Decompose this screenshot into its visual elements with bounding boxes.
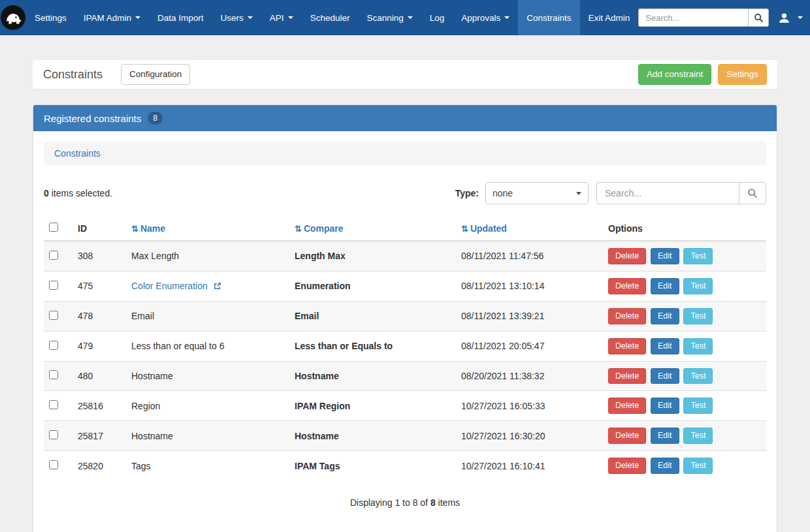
row-id: 480 — [73, 361, 126, 391]
top-navbar: Settings IPAM Admin Data Import Users AP… — [0, 0, 810, 35]
test-button[interactable]: Test — [683, 398, 713, 414]
nav-item-users[interactable]: Users — [212, 0, 261, 35]
configuration-button[interactable]: Configuration — [121, 64, 190, 85]
test-button[interactable]: Test — [683, 368, 713, 384]
row-compare: Less than or Equals to — [289, 331, 456, 361]
panel-body: Constraints 0 items selected. Type: none — [33, 131, 777, 532]
table-header-row: ID ⇅Name ⇅Compare ⇅Updated Options — [44, 216, 766, 241]
delete-button[interactable]: Delete — [608, 428, 646, 444]
row-checkbox[interactable] — [49, 460, 58, 469]
test-button[interactable]: Test — [683, 308, 713, 324]
settings-button[interactable]: Settings — [718, 64, 767, 85]
tab-strip: Constraints — [44, 142, 766, 165]
nav-item-approvals[interactable]: Approvals — [453, 0, 518, 35]
header-name[interactable]: ⇅Name — [126, 216, 289, 241]
panel-heading: Registered constraints 8 — [33, 105, 777, 131]
header-id: ID — [73, 216, 126, 241]
delete-button[interactable]: Delete — [608, 278, 646, 294]
edit-button[interactable]: Edit — [651, 278, 679, 294]
nav-item-ipam-admin[interactable]: IPAM Admin — [75, 0, 149, 35]
test-button[interactable]: Test — [683, 248, 713, 264]
edit-button[interactable]: Edit — [651, 248, 679, 264]
row-compare: Length Max — [289, 241, 456, 271]
delete-button[interactable]: Delete — [608, 458, 646, 474]
add-constraint-button[interactable]: Add constraint — [638, 64, 711, 85]
edit-button[interactable]: Edit — [651, 458, 679, 474]
row-compare: Hostname — [289, 361, 456, 391]
navbar-search-button[interactable] — [748, 8, 769, 27]
test-button[interactable]: Test — [683, 338, 713, 354]
delete-button[interactable]: Delete — [608, 398, 646, 414]
page-header: Constraints Configuration Add constraint… — [33, 60, 777, 89]
nav-item-settings[interactable]: Settings — [26, 0, 75, 35]
delete-button[interactable]: Delete — [608, 248, 646, 264]
header-compare[interactable]: ⇅Compare — [289, 216, 456, 241]
table-search-button[interactable] — [739, 182, 766, 204]
row-updated: 10/27/2021 16:30:20 — [456, 421, 603, 451]
row-name[interactable]: Color Enumeration — [131, 281, 208, 291]
row-checkbox[interactable] — [49, 251, 58, 260]
page-content: Constraints Configuration Add constraint… — [0, 35, 810, 532]
nav-menu: Settings IPAM Admin Data Import Users AP… — [26, 0, 638, 35]
row-updated: 08/20/2021 11:38:32 — [456, 361, 603, 391]
edit-button[interactable]: Edit — [651, 398, 679, 414]
sort-icon: ⇅ — [461, 224, 468, 234]
delete-button[interactable]: Delete — [608, 368, 646, 384]
row-id: 479 — [73, 331, 126, 361]
table-row: 480 Hostname Hostname 08/20/2021 11:38:3… — [44, 361, 766, 391]
table-search-input[interactable] — [596, 182, 739, 204]
nav-item-api[interactable]: API — [261, 0, 302, 35]
caret-down-icon — [504, 16, 510, 19]
table-body: 308 Max Length Length Max 08/11/2021 11:… — [44, 241, 766, 480]
edit-button[interactable]: Edit — [651, 428, 679, 444]
nav-item-data-import[interactable]: Data Import — [149, 0, 212, 35]
table-search — [596, 182, 766, 204]
table-row: 25817 Hostname Hostname 10/27/2021 16:30… — [44, 421, 766, 451]
edit-button[interactable]: Edit — [651, 308, 679, 324]
panel-title: Registered constraints — [44, 113, 141, 124]
app-logo[interactable] — [0, 5, 26, 31]
edit-button[interactable]: Edit — [651, 368, 679, 384]
row-checkbox[interactable] — [49, 281, 58, 290]
row-checkbox[interactable] — [49, 311, 58, 320]
nav-item-log[interactable]: Log — [421, 0, 453, 35]
row-checkbox[interactable] — [49, 370, 58, 379]
search-icon — [754, 13, 764, 23]
delete-button[interactable]: Delete — [608, 308, 646, 324]
row-name: Max Length — [131, 251, 179, 261]
type-select[interactable]: none — [485, 182, 589, 204]
table-row: 308 Max Length Length Max 08/11/2021 11:… — [44, 241, 766, 271]
row-id: 478 — [73, 301, 126, 331]
row-name: Less than or equal to 6 — [131, 341, 224, 351]
caret-down-icon — [576, 192, 581, 195]
table-toolbar: 0 items selected. Type: none — [44, 176, 766, 216]
test-button[interactable]: Test — [683, 428, 713, 444]
test-button[interactable]: Test — [683, 278, 713, 294]
user-icon — [778, 12, 790, 24]
navbar-search-input[interactable] — [638, 8, 748, 27]
row-checkbox[interactable] — [49, 430, 58, 439]
row-checkbox[interactable] — [49, 341, 58, 350]
row-compare: Email — [289, 301, 456, 331]
table-row: 479 Less than or equal to 6 Less than or… — [44, 331, 766, 361]
nav-item-constraints[interactable]: Constraints — [518, 0, 579, 35]
test-button[interactable]: Test — [683, 458, 713, 474]
sort-icon: ⇅ — [295, 224, 302, 234]
constraints-tab-link[interactable]: Constraints — [54, 148, 101, 159]
type-label: Type: — [455, 188, 479, 198]
header-updated[interactable]: ⇅Updated — [456, 216, 603, 241]
navbar-search — [638, 8, 769, 27]
type-select-value: none — [493, 188, 513, 198]
table-row: 25816 Region IPAM Region 10/27/2021 16:0… — [44, 391, 766, 421]
row-checkbox[interactable] — [49, 400, 58, 409]
edit-button[interactable]: Edit — [651, 338, 679, 354]
nav-item-scheduler[interactable]: Scheduler — [302, 0, 359, 35]
user-menu[interactable] — [777, 9, 804, 27]
nav-item-scanning[interactable]: Scanning — [358, 0, 421, 35]
nav-item-exit-admin[interactable]: Exit Admin — [580, 0, 639, 35]
caret-down-icon — [288, 16, 293, 19]
elephant-logo-icon — [0, 5, 26, 31]
row-compare: Hostname — [289, 421, 456, 451]
delete-button[interactable]: Delete — [608, 338, 646, 354]
select-all-checkbox[interactable] — [49, 223, 58, 232]
